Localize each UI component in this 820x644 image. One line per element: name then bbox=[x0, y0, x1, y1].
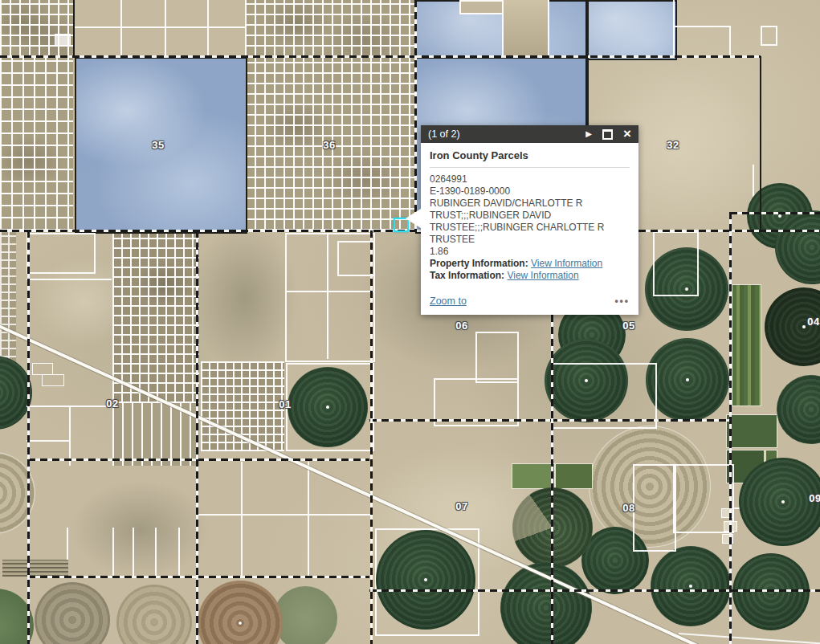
parcel-outline bbox=[459, 0, 506, 14]
parcel-line bbox=[308, 462, 309, 577]
terrain-wash bbox=[72, 482, 209, 577]
section-label: 09 bbox=[809, 492, 820, 504]
pivot-circle bbox=[288, 367, 368, 447]
parcel-grid bbox=[0, 57, 73, 230]
pivot-circle bbox=[732, 553, 810, 630]
pivot-circle bbox=[651, 546, 731, 626]
dock-button[interactable] bbox=[602, 129, 613, 140]
parcel-line bbox=[133, 528, 134, 577]
section-line bbox=[369, 419, 730, 422]
parcel-outline bbox=[633, 464, 676, 552]
close-button[interactable]: × bbox=[623, 127, 631, 141]
popup-titlebar: (1 of 2) ▶ × bbox=[421, 125, 638, 143]
parcel-outline bbox=[42, 374, 64, 386]
section-label: 36 bbox=[323, 139, 335, 151]
more-options-button[interactable]: ••• bbox=[614, 296, 630, 308]
section-line bbox=[0, 55, 761, 58]
parcel-outline bbox=[761, 26, 777, 46]
section-line bbox=[28, 576, 369, 578]
parcel-outline bbox=[475, 332, 519, 383]
section-label: 08 bbox=[622, 502, 634, 514]
parcel-grid bbox=[0, 0, 74, 57]
parcel-outline bbox=[502, 0, 549, 57]
pivot-circle-fallow bbox=[116, 585, 192, 644]
section-line bbox=[760, 56, 761, 230]
terrain-wash bbox=[193, 223, 297, 372]
section-line bbox=[370, 230, 373, 644]
parcel-outline bbox=[27, 233, 96, 274]
pivot-circle-fallow bbox=[198, 581, 283, 644]
section-label: 32 bbox=[667, 139, 679, 151]
parcel-line bbox=[673, 0, 675, 57]
popup-fields: 0264991 E-1390-0189-0000 RUBINGER DAVID/… bbox=[430, 168, 630, 282]
section-label: 07 bbox=[455, 500, 467, 512]
parcel-line bbox=[69, 406, 71, 466]
parcel-outline bbox=[653, 231, 699, 296]
serial-number: E-1390-0189-0000 bbox=[430, 185, 630, 198]
popup-title: Iron County Parcels bbox=[430, 149, 630, 168]
highlighted-parcel bbox=[587, 0, 677, 60]
pivot-circle bbox=[777, 375, 820, 444]
property-information-link[interactable]: View Information bbox=[531, 258, 602, 269]
parcel-line bbox=[729, 26, 731, 57]
pivot-circle-fallow bbox=[35, 582, 110, 644]
parcel-line bbox=[27, 279, 112, 280]
parcel-outline bbox=[32, 363, 53, 375]
section-line bbox=[0, 230, 820, 232]
parcel-grid bbox=[112, 233, 199, 403]
popup-callout-arrow bbox=[406, 209, 421, 228]
parcel-grid bbox=[245, 0, 416, 57]
parcel-id: 0264991 bbox=[430, 173, 630, 185]
property-information-label: Property Information: bbox=[430, 258, 528, 269]
section-label: 04 bbox=[807, 316, 819, 328]
pivot-circle bbox=[739, 458, 820, 546]
zoom-to-link[interactable]: Zoom to bbox=[430, 296, 467, 308]
parcel-line bbox=[675, 26, 731, 27]
pivot-circle bbox=[376, 530, 475, 630]
next-feature-button[interactable]: ▶ bbox=[585, 130, 592, 138]
plowed-field bbox=[2, 560, 68, 577]
section-line bbox=[28, 459, 369, 461]
parcel-line bbox=[207, 0, 209, 57]
crop-field bbox=[556, 464, 592, 488]
map-canvas[interactable]: 35 36 32 02 01 06 05 04 07 08 09 (1 of 2… bbox=[0, 0, 820, 644]
popup-footer: Zoom to ••• bbox=[430, 296, 630, 308]
section-label: 06 bbox=[455, 320, 467, 332]
owner-name: RUBINGER DAVID/CHARLOTTE R TRUST;;;RUBIN… bbox=[430, 198, 630, 246]
crop-field bbox=[727, 415, 777, 447]
parcel-line bbox=[155, 528, 157, 577]
parcel-outline bbox=[337, 241, 375, 276]
pivot-circle bbox=[273, 586, 337, 644]
parcel-line bbox=[112, 528, 114, 577]
parcel-grid bbox=[0, 230, 16, 373]
parcel-line bbox=[241, 462, 243, 577]
parcel-line bbox=[27, 440, 71, 442]
road bbox=[679, 633, 820, 644]
section-line bbox=[73, 0, 75, 57]
dock-icon bbox=[602, 129, 613, 140]
section-label: 35 bbox=[152, 139, 164, 151]
parcel-marker bbox=[55, 34, 71, 46]
tax-information-label: Tax Information: bbox=[430, 270, 504, 281]
parcel-line bbox=[165, 0, 166, 57]
acreage: 1.86 bbox=[430, 246, 630, 258]
section-label: 01 bbox=[279, 398, 291, 410]
section-label: 02 bbox=[106, 397, 118, 410]
parcel-line bbox=[178, 528, 180, 577]
popup: (1 of 2) ▶ × Iron County Parcels 0264991… bbox=[421, 125, 638, 315]
tax-information-row: Tax Information: View Information bbox=[430, 270, 630, 282]
crop-field bbox=[512, 464, 554, 488]
section-line bbox=[730, 212, 820, 214]
section-line bbox=[414, 0, 417, 230]
property-information-row: Property Information: View Information bbox=[430, 258, 630, 270]
tax-information-link[interactable]: View Information bbox=[507, 270, 578, 281]
popup-body: Iron County Parcels 0264991 E-1390-0189-… bbox=[421, 143, 638, 315]
pivot-circle-fallow bbox=[0, 452, 35, 534]
parcel-line bbox=[75, 26, 245, 28]
crop-strips bbox=[732, 285, 761, 406]
section-line bbox=[27, 230, 30, 644]
section-line bbox=[196, 230, 198, 644]
pivot-circle bbox=[646, 338, 729, 422]
section-line bbox=[369, 589, 820, 592]
popup-pagination: (1 of 2) bbox=[428, 128, 460, 140]
